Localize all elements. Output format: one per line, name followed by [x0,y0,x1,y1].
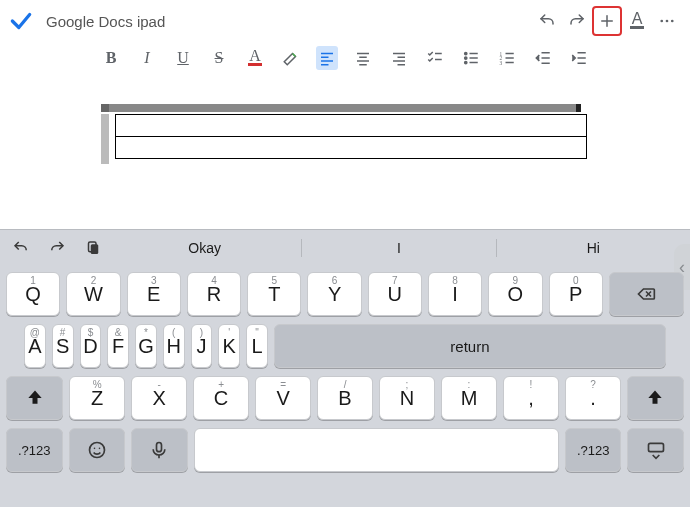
key-L[interactable]: "L [246,324,268,368]
dictation-key[interactable] [131,428,188,472]
checklist-button[interactable] [424,46,446,70]
svg-rect-44 [157,443,162,452]
align-left-button[interactable] [316,46,338,70]
key-N[interactable]: ;N [379,376,435,420]
key-.[interactable]: ?. [565,376,621,420]
kb-clipboard-button[interactable] [78,233,108,263]
svg-point-3 [666,20,669,23]
key-K[interactable]: 'K [218,324,240,368]
onscreen-keyboard: Okay I Hi 1Q2W3E4R5T6Y7U8I9O0P @A#S$D&F*… [0,229,690,507]
suggestion-1[interactable]: Okay [108,239,301,257]
italic-button[interactable]: I [136,46,158,70]
key-M[interactable]: :M [441,376,497,420]
format-toolbar: B I U S A 123 [0,42,690,76]
key-F[interactable]: &F [107,324,129,368]
svg-point-42 [93,448,95,450]
align-right-button[interactable] [388,46,410,70]
kb-undo-button[interactable] [6,233,36,263]
document-canvas[interactable]: ‹ [0,76,690,229]
text-format-button[interactable]: A [622,6,652,36]
bold-button[interactable]: B [100,46,122,70]
align-center-button[interactable] [352,46,374,70]
key-S[interactable]: #S [52,324,74,368]
return-key[interactable]: return [274,324,666,368]
key-D[interactable]: $D [80,324,102,368]
svg-point-23 [465,61,467,63]
key-C[interactable]: +C [193,376,249,420]
redo-button[interactable] [562,6,592,36]
svg-rect-38 [91,244,99,254]
key-P[interactable]: 0P [549,272,603,316]
indent-increase-button[interactable] [568,46,590,70]
highlight-button[interactable] [280,46,302,70]
horizontal-ruler[interactable] [101,104,589,112]
suggestion-3[interactable]: Hi [496,239,690,257]
kb-redo-button[interactable] [42,233,72,263]
key-T[interactable]: 5T [247,272,301,316]
key-W[interactable]: 2W [66,272,120,316]
key-I[interactable]: 8I [428,272,482,316]
key-A[interactable]: @A [24,324,46,368]
insert-button[interactable] [592,6,622,36]
svg-point-21 [465,57,467,59]
svg-point-41 [89,443,104,458]
shift-key-left[interactable] [6,376,63,420]
underline-button[interactable]: U [172,46,194,70]
key-G[interactable]: *G [135,324,157,368]
text-format-A: A [632,13,643,25]
indent-decrease-button[interactable] [532,46,554,70]
table-row[interactable] [116,115,587,137]
svg-rect-46 [648,443,663,451]
key-Q[interactable]: 1Q [6,272,60,316]
vertical-ruler[interactable] [101,114,109,164]
key-O[interactable]: 9O [488,272,542,316]
key-X[interactable]: -X [131,376,187,420]
key-J[interactable]: )J [191,324,213,368]
mode-key-left[interactable]: .?123 [6,428,63,472]
emoji-key[interactable] [69,428,126,472]
bulleted-list-button[interactable] [460,46,482,70]
svg-point-2 [660,20,663,23]
table-row[interactable] [116,137,587,159]
key-Z[interactable]: %Z [69,376,125,420]
numbered-list-button[interactable]: 123 [496,46,518,70]
undo-button[interactable] [532,6,562,36]
svg-point-43 [98,448,100,450]
key-U[interactable]: 7U [368,272,422,316]
document-table[interactable] [115,114,587,159]
key-V[interactable]: =V [255,376,311,420]
svg-text:3: 3 [500,60,503,66]
key-,[interactable]: !, [503,376,559,420]
space-key[interactable] [194,428,559,472]
strikethrough-button[interactable]: S [208,46,230,70]
backspace-key[interactable] [609,272,684,316]
key-B[interactable]: /B [317,376,373,420]
text-color-swatch [248,63,262,66]
key-Y[interactable]: 6Y [307,272,361,316]
svg-point-19 [465,52,467,54]
more-menu-button[interactable] [652,6,682,36]
key-R[interactable]: 4R [187,272,241,316]
mode-key-right[interactable]: .?123 [565,428,622,472]
done-check-icon[interactable] [8,8,34,34]
key-E[interactable]: 3E [127,272,181,316]
text-color-button[interactable]: A [244,46,266,70]
document-title[interactable]: Google Docs ipad [46,13,165,30]
key-H[interactable]: (H [163,324,185,368]
shift-key-right[interactable] [627,376,684,420]
svg-point-4 [671,20,674,23]
dismiss-keyboard-key[interactable] [627,428,684,472]
suggestion-2[interactable]: I [301,239,495,257]
